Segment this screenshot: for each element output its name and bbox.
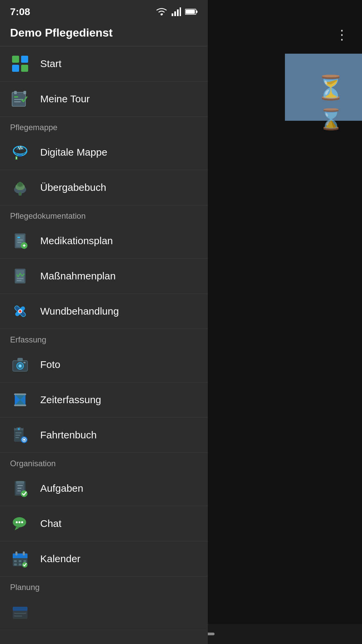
navigation-drawer: 7:08 Demo Pfle (0, 0, 208, 644)
svg-point-73 (18, 521, 20, 523)
svg-point-26 (18, 182, 22, 186)
signal-icon (172, 7, 181, 16)
svg-rect-20 (18, 155, 22, 157)
sidebar-item-digitale-mappe[interactable]: Digitale Mappe (0, 135, 208, 170)
svg-rect-77 (13, 557, 27, 558)
menu-scroll[interactable]: Start Meine Tour Pflegemappe (0, 46, 208, 644)
ubergabebuch-label: Übergabebuch (40, 182, 106, 193)
svg-rect-67 (17, 490, 21, 491)
foto-label: Foto (40, 359, 60, 370)
aufgaben-icon (10, 478, 30, 498)
zeiterfassung-icon (10, 390, 30, 410)
chat-label: Chat (40, 518, 61, 529)
sidebar-item-massnahmenplan[interactable]: Maßnahmenplan (0, 259, 208, 294)
svg-point-69 (21, 490, 27, 497)
wundbehandlung-label: Wundbehandlung (40, 306, 119, 317)
svg-rect-4 (180, 7, 181, 16)
svg-rect-19 (17, 154, 23, 155)
sidebar-item-ubergabebuch[interactable]: Übergabebuch (0, 170, 208, 205)
app-title: Demo Pflegedienst (10, 26, 113, 39)
massnahmenplan-label: Maßnahmenplan (40, 270, 116, 282)
svg-rect-38 (17, 278, 23, 279)
sidebar-item-chat[interactable]: Chat (0, 506, 208, 541)
sidebar-item-aufgaben[interactable]: Aufgaben (0, 471, 208, 506)
sidebar-item-medikationsplan[interactable]: Medikationsplan (0, 223, 208, 259)
svg-rect-49 (17, 358, 23, 361)
tour-icon (10, 89, 30, 109)
sidebar-item-planung-sub[interactable] (0, 595, 208, 630)
section-erfassung: Erfassung (0, 329, 208, 347)
svg-rect-58 (15, 432, 21, 433)
medikationsplan-label: Medikationsplan (40, 235, 113, 247)
svg-rect-15 (14, 96, 18, 98)
svg-rect-13 (14, 91, 17, 94)
svg-rect-81 (19, 560, 21, 562)
sidebar-item-start[interactable]: Start (0, 46, 208, 82)
sidebar-item-zeiterfassung[interactable]: Zeiterfassung (0, 382, 208, 418)
svg-rect-66 (17, 488, 21, 489)
svg-rect-30 (17, 237, 20, 238)
svg-rect-27 (19, 192, 21, 196)
kalender-label: Kalender (40, 553, 80, 565)
sidebar-item-wundbehandlung[interactable]: Wundbehandlung (0, 294, 208, 329)
svg-rect-3 (177, 9, 179, 16)
start-icon (10, 54, 30, 74)
zeiterfassung-label: Zeiterfassung (40, 394, 101, 406)
svg-rect-11 (21, 65, 28, 72)
start-label: Start (40, 58, 61, 69)
svg-rect-78 (15, 551, 17, 555)
planung-icon (10, 602, 30, 622)
svg-rect-2 (174, 11, 176, 16)
svg-rect-53 (23, 362, 25, 363)
sidebar-item-foto[interactable]: Foto (0, 347, 208, 382)
svg-rect-14 (23, 91, 26, 94)
svg-rect-84 (19, 564, 21, 566)
sidebar-item-kalender[interactable]: Kalender (0, 541, 208, 577)
svg-rect-39 (17, 280, 21, 281)
wundbehandlung-icon (10, 301, 30, 321)
hourglass-icon-2: ⌛ (318, 107, 344, 131)
drawer-header: Demo Pflegedienst (0, 21, 208, 46)
svg-rect-80 (14, 560, 17, 562)
digitale-mappe-label: Digitale Mappe (40, 147, 107, 158)
section-organisation: Organisation (0, 453, 208, 471)
fahrtenbuch-icon (10, 425, 30, 445)
sidebar-item-meine-tour[interactable]: Meine Tour (0, 82, 208, 117)
svg-rect-88 (14, 613, 26, 614)
section-planung: Planung (0, 577, 208, 595)
aufgaben-label: Aufgaben (40, 483, 83, 494)
section-pflegemappe: Pflegemappe (0, 117, 208, 135)
svg-rect-9 (12, 65, 19, 72)
status-icons (156, 7, 198, 16)
more-menu-button[interactable]: ⋮ (335, 27, 349, 42)
svg-rect-55 (14, 405, 26, 406)
digitale-mappe-icon (10, 142, 30, 162)
svg-point-62 (23, 439, 25, 441)
svg-rect-79 (23, 551, 25, 555)
svg-rect-54 (14, 393, 26, 395)
svg-rect-1 (172, 13, 173, 16)
svg-rect-35 (24, 244, 25, 247)
status-bar: 7:08 (0, 0, 208, 21)
svg-rect-83 (14, 564, 17, 566)
svg-rect-46 (19, 311, 21, 312)
svg-rect-89 (14, 615, 22, 616)
fahrtenbuch-label: Fahrtenbuch (40, 429, 97, 441)
svg-rect-82 (23, 560, 26, 562)
foto-icon (10, 355, 30, 375)
svg-rect-6 (196, 11, 197, 13)
svg-rect-17 (14, 101, 21, 102)
hourglass-icon-1: ⏳ (316, 74, 345, 101)
svg-point-0 (161, 13, 163, 15)
svg-rect-32 (17, 242, 21, 243)
svg-rect-65 (17, 485, 23, 486)
svg-point-72 (16, 521, 18, 523)
meine-tour-label: Meine Tour (40, 93, 90, 105)
svg-rect-31 (17, 239, 23, 240)
svg-point-74 (21, 521, 23, 523)
svg-point-57 (18, 428, 20, 430)
sidebar-item-fahrtenbuch[interactable]: Fahrtenbuch (0, 418, 208, 453)
svg-rect-7 (186, 10, 195, 14)
svg-point-52 (19, 365, 21, 367)
svg-rect-10 (21, 56, 28, 63)
